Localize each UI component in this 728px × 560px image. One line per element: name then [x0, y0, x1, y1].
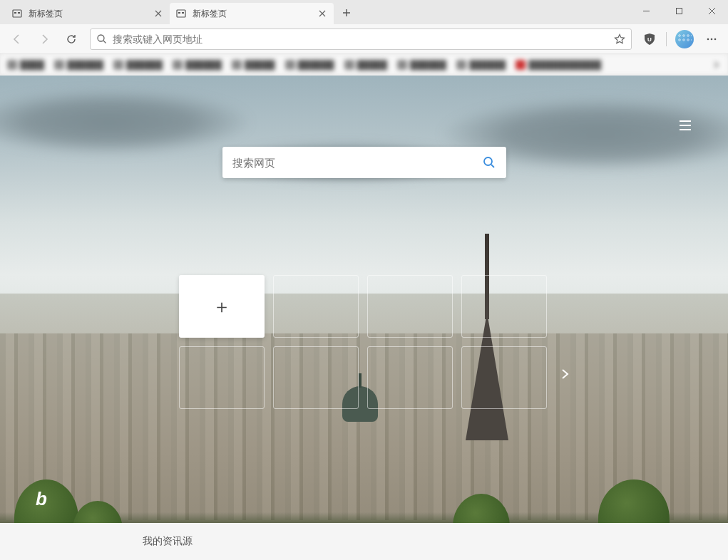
- quick-link-tile[interactable]: [179, 346, 265, 409]
- plus-icon: ＋: [212, 294, 231, 319]
- window-controls: [630, 0, 728, 24]
- tab-1-active[interactable]: 新标签页: [170, 3, 334, 24]
- maximize-button[interactable]: [662, 0, 695, 21]
- quick-links-grid: ＋: [179, 275, 550, 418]
- svg-rect-4: [178, 12, 180, 14]
- svg-point-10: [711, 38, 713, 40]
- bookmarks-overflow-icon[interactable]: [711, 60, 721, 70]
- reload-button[interactable]: [58, 28, 84, 51]
- quick-link-tile[interactable]: [367, 346, 453, 409]
- toolbar: U: [0, 24, 728, 54]
- bing-logo-icon[interactable]: b: [36, 488, 47, 510]
- tiles-next-icon[interactable]: [558, 368, 571, 380]
- quick-link-tile[interactable]: [461, 346, 547, 409]
- close-tab-icon[interactable]: [153, 8, 164, 19]
- svg-rect-3: [177, 10, 185, 17]
- back-button[interactable]: [4, 28, 30, 51]
- quick-link-tile[interactable]: [273, 275, 359, 338]
- svg-rect-5: [182, 12, 184, 14]
- tab-0[interactable]: 新标签页: [6, 3, 170, 24]
- address-bar[interactable]: [90, 28, 632, 50]
- more-menu-button[interactable]: [699, 28, 724, 50]
- ublock-extension-icon[interactable]: U: [637, 28, 662, 50]
- svg-point-7: [98, 35, 104, 41]
- feed-label: 我的资讯源: [143, 535, 193, 548]
- toolbar-divider: [666, 32, 667, 46]
- svg-rect-2: [18, 12, 20, 14]
- search-submit-icon[interactable]: [482, 155, 496, 170]
- bookmarks-bar: ████ ██████ ██████ ██████ █████ ██████ █…: [0, 54, 728, 76]
- minimize-button[interactable]: [630, 0, 662, 21]
- svg-text:U: U: [647, 36, 652, 43]
- svg-point-11: [714, 38, 717, 40]
- tab-favicon-icon: [11, 8, 23, 19]
- feed-bar[interactable]: 我的资讯源: [0, 523, 728, 560]
- favorite-star-icon[interactable]: [614, 33, 625, 45]
- new-tab-button[interactable]: [337, 3, 357, 23]
- quick-link-tile[interactable]: [367, 275, 453, 338]
- new-tab-page: ＋ b 我的资讯源: [0, 76, 728, 560]
- tab-title: 新标签页: [193, 8, 227, 20]
- tab-title: 新标签页: [29, 8, 63, 20]
- profile-avatar[interactable]: [675, 30, 694, 48]
- svg-point-9: [707, 38, 709, 40]
- titlebar: 新标签页 新标签页: [0, 0, 728, 24]
- add-quick-link-tile[interactable]: ＋: [179, 275, 265, 338]
- svg-rect-0: [13, 10, 21, 17]
- page-settings-button[interactable]: [671, 111, 699, 140]
- close-window-button[interactable]: [695, 0, 728, 21]
- svg-rect-1: [14, 12, 16, 14]
- ntp-search-input[interactable]: [232, 157, 482, 169]
- quick-link-tile[interactable]: [461, 275, 547, 338]
- ntp-search-box[interactable]: [222, 147, 506, 178]
- address-input[interactable]: [113, 33, 610, 45]
- close-tab-icon[interactable]: [317, 8, 328, 19]
- tab-strip: 新标签页 新标签页: [6, 3, 357, 24]
- tab-favicon-icon: [175, 8, 187, 19]
- svg-rect-6: [676, 8, 682, 14]
- search-icon: [96, 33, 107, 44]
- svg-point-12: [484, 157, 492, 165]
- forward-button[interactable]: [31, 28, 57, 51]
- quick-link-tile[interactable]: [273, 346, 359, 409]
